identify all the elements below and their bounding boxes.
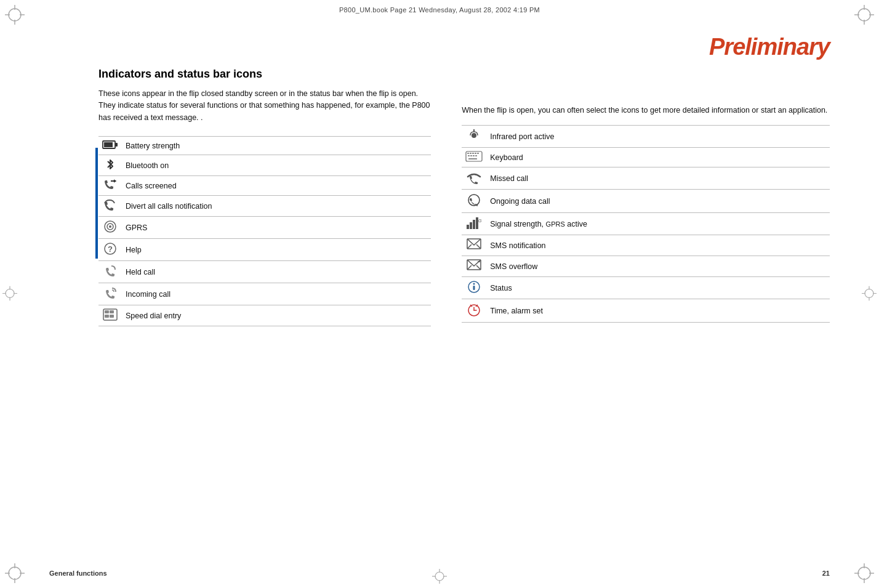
calls-screened-icon [102, 179, 118, 190]
icon-cell [462, 277, 486, 299]
icon-cell [462, 126, 486, 148]
svg-rect-45 [475, 155, 477, 156]
sms-overflow-icon [467, 259, 481, 272]
divert-icon [102, 199, 118, 211]
label-cell: SMS overflow [486, 256, 830, 277]
corner-mark-bl [5, 563, 25, 583]
held-call-icon [103, 264, 117, 278]
icon-cell [98, 283, 122, 305]
label-cell: Help [122, 239, 431, 261]
page-body: Indicators and status bar icons These ic… [98, 55, 830, 554]
svg-point-10 [9, 567, 21, 579]
table-row: Incoming call [98, 283, 431, 305]
intro-text: These icons appear in the flip closed st… [98, 88, 431, 124]
svg-rect-49 [470, 222, 472, 229]
icon-cell: ? [98, 239, 122, 261]
svg-rect-37 [467, 153, 469, 154]
infrared-icon [467, 129, 481, 142]
file-info-bar: P800_UM.book Page 21 Wednesday, August 2… [0, 6, 879, 14]
label-cell: GPRS [122, 217, 431, 239]
table-row: Infrared port active [462, 126, 830, 148]
signal-strength-icon: G [466, 216, 482, 230]
keyboard-icon [465, 151, 483, 162]
svg-rect-44 [473, 155, 475, 156]
label-cell: Keyboard [486, 148, 830, 167]
svg-point-69 [6, 289, 14, 297]
incoming-call-icon [103, 286, 117, 300]
table-row: Keyboard [462, 148, 830, 167]
table-row: Time, alarm set [462, 299, 830, 323]
svg-point-74 [865, 289, 873, 297]
right-column: When the flip is open, you can often sel… [449, 55, 830, 554]
icon-cell [98, 305, 122, 326]
label-cell: Ongoing data call [486, 190, 830, 213]
svg-rect-48 [467, 225, 469, 229]
bluetooth-icon [105, 158, 116, 171]
icon-cell: G [462, 213, 486, 235]
table-row: Calls screened [98, 176, 431, 196]
svg-rect-58 [473, 286, 475, 290]
icon-cell [98, 217, 122, 239]
status-icon [467, 280, 481, 294]
right-center-mark [862, 286, 877, 302]
icon-cell [462, 299, 486, 323]
svg-text:G: G [478, 219, 482, 223]
svg-rect-40 [475, 153, 476, 154]
left-icon-table: Battery strength Bluetooth on [98, 136, 431, 326]
gprs-icon [103, 220, 117, 233]
label-cell: Incoming call [122, 283, 431, 305]
svg-rect-30 [105, 310, 109, 313]
icon-cell [98, 176, 122, 196]
svg-rect-31 [110, 310, 114, 313]
icon-cell [462, 167, 486, 190]
file-info-text: P800_UM.book Page 21 Wednesday, August 2… [339, 6, 540, 14]
missed-call-icon [467, 171, 481, 184]
svg-rect-50 [473, 220, 475, 229]
svg-point-15 [858, 567, 870, 579]
svg-rect-41 [477, 153, 479, 154]
gprs-label: GPRS [546, 220, 565, 228]
table-row: ? Help [98, 239, 431, 261]
right-icon-table: Infrared port active [462, 125, 830, 323]
icon-cell [462, 235, 486, 256]
icon-cell [98, 196, 122, 217]
label-cell: Battery strength [122, 137, 431, 155]
margin-bar [95, 148, 98, 259]
page-number: 21 [822, 570, 830, 577]
right-intro-text: When the flip is open, you can often sel… [462, 105, 830, 116]
label-cell: Signal strength, GPRS active [486, 213, 830, 235]
corner-mark-br [854, 563, 874, 583]
svg-rect-38 [470, 153, 472, 154]
table-row: Missed call [462, 167, 830, 190]
help-icon: ? [103, 242, 117, 256]
icon-cell [98, 137, 122, 155]
label-cell: Infrared port active [486, 126, 830, 148]
svg-rect-46 [468, 158, 477, 159]
icon-cell [462, 256, 486, 277]
svg-rect-42 [468, 155, 470, 156]
icon-cell [98, 155, 122, 176]
table-row: Bluetooth on [98, 155, 431, 176]
svg-point-34 [472, 133, 476, 138]
table-row: Battery strength [98, 137, 431, 155]
sms-notification-icon [467, 238, 481, 251]
label-cell: Divert all calls notification [122, 196, 431, 217]
table-row: Divert all calls notification [98, 196, 431, 217]
table-row: Speed dial entry [98, 305, 431, 326]
table-row: GPRS [98, 217, 431, 239]
svg-rect-22 [104, 142, 113, 147]
label-cell: Held call [122, 261, 431, 283]
label-cell: SMS notification [486, 235, 830, 256]
svg-rect-33 [110, 315, 114, 318]
label-cell: Speed dial entry [122, 305, 431, 326]
label-cell: Calls screened [122, 176, 431, 196]
svg-rect-21 [115, 143, 118, 147]
table-row: SMS overflow [462, 256, 830, 277]
label-cell: Time, alarm set [486, 299, 830, 323]
icon-cell [98, 261, 122, 283]
table-row: Held call [98, 261, 431, 283]
speed-dial-icon [103, 308, 118, 321]
ongoing-data-call-icon [467, 193, 481, 207]
section-heading: Indicators and status bar icons [98, 68, 431, 81]
label-cell: Status [486, 277, 830, 299]
